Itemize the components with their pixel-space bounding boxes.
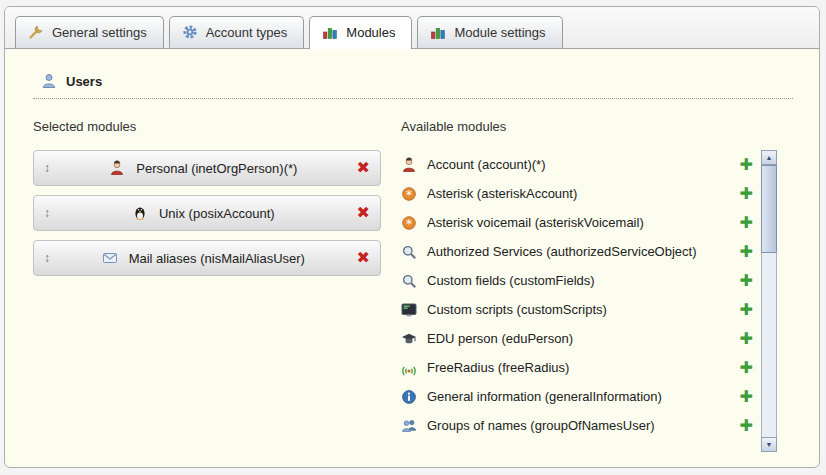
- tab-label: General settings: [52, 25, 147, 40]
- selected-module-row[interactable]: ↕ Mail aliases (nisMailAliasUser) ✖: [33, 240, 381, 276]
- module-label: Mail aliases (nisMailAliasUser): [129, 251, 305, 266]
- bar-chart-icon: [322, 24, 338, 40]
- module-label: Asterisk (asteriskAccount): [427, 186, 730, 201]
- tab-bar: General settings Account types Modules M…: [5, 7, 819, 49]
- available-module-row: EDU person (eduPerson) ✚: [401, 324, 753, 353]
- tools-icon: [28, 24, 44, 40]
- mail-icon: [102, 250, 118, 266]
- bar-chart-icon: [430, 24, 446, 40]
- person-icon: [401, 157, 417, 173]
- add-module-button[interactable]: ✚: [740, 244, 753, 260]
- person-icon: [109, 160, 125, 176]
- graduation-cap-icon: [401, 331, 417, 347]
- asterisk-icon: *: [401, 186, 417, 202]
- available-module-row: Authorized Services (authorizedServiceOb…: [401, 237, 753, 266]
- module-label: Unix (posixAccount): [159, 206, 275, 221]
- scroll-up-button[interactable]: ▲: [761, 150, 777, 165]
- tab-label: Module settings: [454, 25, 545, 40]
- module-entry: Mail aliases (nisMailAliasUser): [50, 250, 357, 266]
- module-label: Asterisk voicemail (asteriskVoicemail): [427, 215, 730, 230]
- svg-text:*: *: [406, 187, 413, 202]
- module-label: Account (account)(*): [427, 157, 730, 172]
- available-modules-listwrap: Account (account)(*) ✚ * Asterisk (aster…: [401, 150, 793, 452]
- module-label: Personal (inetOrgPerson)(*): [136, 161, 297, 176]
- add-module-button[interactable]: ✚: [740, 302, 753, 318]
- available-module-row: Groups of names (groupOfNamesUser) ✚: [401, 411, 753, 440]
- modules-panel: Users Selected modules ↕ Personal (inetO…: [5, 49, 819, 452]
- tab-label: Modules: [346, 25, 395, 40]
- terminal-icon: [401, 302, 417, 318]
- module-label: General information (generalInformation): [427, 389, 730, 404]
- available-module-row: Custom scripts (customScripts) ✚: [401, 295, 753, 324]
- add-module-button[interactable]: ✚: [740, 360, 753, 376]
- scroll-down-button[interactable]: ▼: [761, 437, 777, 452]
- available-modules-list: Account (account)(*) ✚ * Asterisk (aster…: [401, 150, 753, 452]
- add-module-button[interactable]: ✚: [740, 273, 753, 289]
- available-module-row: Custom fields (customFields) ✚: [401, 266, 753, 295]
- tab-modules[interactable]: Modules: [309, 16, 412, 49]
- available-module-row: General information (generalInformation)…: [401, 382, 753, 411]
- available-module-row: * Asterisk (asteriskAccount) ✚: [401, 179, 753, 208]
- available-module-row: Account (account)(*) ✚: [401, 150, 753, 179]
- section-header: Users: [33, 73, 793, 99]
- info-icon: [401, 389, 417, 405]
- scrollbar-thumb[interactable]: [761, 165, 777, 253]
- available-module-row: * Asterisk voicemail (asteriskVoicemail)…: [401, 208, 753, 237]
- svg-text:*: *: [406, 216, 413, 231]
- available-module-row: FreeRadius (freeRadius) ✚: [401, 353, 753, 382]
- add-module-button[interactable]: ✚: [740, 215, 753, 231]
- magnifier-icon: [401, 244, 417, 260]
- module-entry: Unix (posixAccount): [50, 205, 357, 221]
- module-label: EDU person (eduPerson): [427, 331, 730, 346]
- section-title: Users: [66, 74, 102, 89]
- remove-module-button[interactable]: ✖: [357, 250, 370, 266]
- asterisk-icon: *: [401, 215, 417, 231]
- scrollbar-track[interactable]: [761, 165, 777, 437]
- add-module-button[interactable]: ✚: [740, 186, 753, 202]
- available-modules-heading: Available modules: [401, 119, 793, 134]
- module-label: FreeRadius (freeRadius): [427, 360, 730, 375]
- scrollbar[interactable]: ▲ ▼: [761, 150, 777, 452]
- selected-module-row[interactable]: ↕ Unix (posixAccount) ✖: [33, 195, 381, 231]
- user-icon: [41, 73, 57, 89]
- remove-module-button[interactable]: ✖: [357, 205, 370, 221]
- module-label: Groups of names (groupOfNamesUser): [427, 418, 730, 433]
- gear-icon: [182, 24, 198, 40]
- add-module-button[interactable]: ✚: [740, 389, 753, 405]
- selected-modules-heading: Selected modules: [33, 119, 401, 134]
- selected-modules-column: Selected modules ↕ Personal (inetOrgPers…: [33, 119, 401, 452]
- radio-signal-icon: [401, 360, 417, 376]
- add-module-button[interactable]: ✚: [740, 418, 753, 434]
- available-modules-column: Available modules Account (account)(*) ✚: [401, 119, 793, 452]
- magnifier-icon: [401, 273, 417, 289]
- module-label: Authorized Services (authorizedServiceOb…: [427, 244, 730, 259]
- module-label: Custom fields (customFields): [427, 273, 730, 288]
- remove-module-button[interactable]: ✖: [357, 160, 370, 176]
- tux-icon: [132, 205, 148, 221]
- module-columns: Selected modules ↕ Personal (inetOrgPers…: [33, 119, 793, 452]
- tab-account-types[interactable]: Account types: [169, 16, 305, 48]
- tab-label: Account types: [206, 25, 288, 40]
- module-entry: Personal (inetOrgPerson)(*): [50, 160, 357, 176]
- add-module-button[interactable]: ✚: [740, 157, 753, 173]
- group-icon: [401, 418, 417, 434]
- tab-general-settings[interactable]: General settings: [15, 16, 164, 48]
- tab-module-settings[interactable]: Module settings: [417, 16, 562, 48]
- module-label: Custom scripts (customScripts): [427, 302, 730, 317]
- lam-configuration-window: General settings Account types Modules M…: [4, 6, 820, 468]
- add-module-button[interactable]: ✚: [740, 331, 753, 347]
- selected-module-row[interactable]: ↕ Personal (inetOrgPerson)(*) ✖: [33, 150, 381, 186]
